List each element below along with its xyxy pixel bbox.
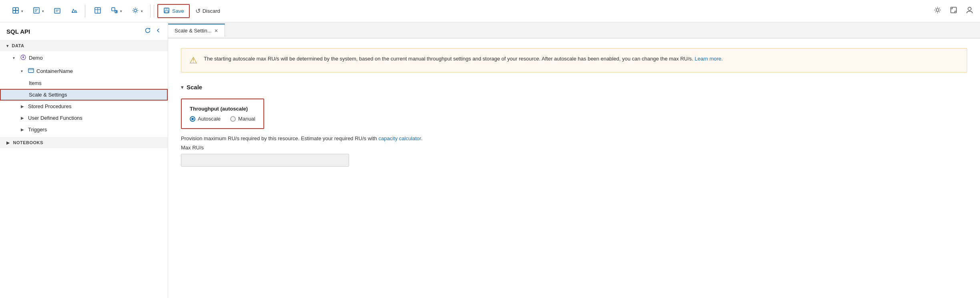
max-rus-input[interactable] [181,154,349,167]
tab-label: Scale & Settin... [175,28,212,34]
container2-icon [94,7,101,15]
manual-label: Manual [238,116,255,122]
toolbar: ▾ ▾ ▾ [0,0,980,22]
container-icon [28,67,34,74]
scale-settings-label: Scale & Settings [29,92,67,98]
section-notebooks[interactable]: ▶ NOTEBOOKS [0,137,168,148]
content-area: Scale & Settin... ✕ ⚠ The starting autos… [168,22,980,298]
manual-radio[interactable]: Manual [230,116,255,122]
sidebar-item-user-defined-functions[interactable]: ▶ User Defined Functions [0,112,168,124]
sidebar-header-icons [145,27,161,35]
chevron-icon: ▶ [21,127,26,132]
sidebar-header: SQL API [0,22,168,40]
gear-icon [132,7,139,15]
sidebar-title: SQL API [6,28,30,35]
sidebar-item-container[interactable]: ▾ ContainerName [0,64,168,77]
tabs-bar: Scale & Settin... ✕ [168,22,980,38]
paint-button[interactable] [66,4,82,18]
svg-point-11 [72,12,73,13]
svg-rect-1 [16,8,18,10]
capacity-calculator-link[interactable]: capacity calculator. [378,135,422,141]
container2-button[interactable] [90,4,105,18]
user-icon[interactable] [964,4,975,18]
settings-button[interactable]: ▾ [128,4,147,18]
svg-rect-3 [16,10,18,13]
svg-rect-22 [951,7,956,13]
warning-text: The starting autoscale max RU/s will be … [204,55,723,63]
new-query-icon [33,7,40,15]
settings-icon[interactable] [932,4,943,18]
autoscale-radio-circle [190,116,195,122]
container-label: ContainerName [36,68,73,74]
section-data-chevron: ▾ [6,44,9,48]
chevron-icon: ▾ [13,56,18,60]
save-label: Save [172,8,184,14]
discard-button[interactable]: ↺ Discard [191,5,224,17]
expand-icon[interactable] [948,4,959,18]
refresh-icon[interactable] [145,27,151,35]
items-label: Items [29,80,42,86]
svg-point-23 [968,7,971,10]
collapse-icon[interactable] [155,27,161,35]
new-container-icon [12,7,19,15]
sidebar-item-triggers[interactable]: ▶ Triggers [0,124,168,135]
demo-label: Demo [29,55,43,61]
user-defined-functions-label: User Defined Functions [28,115,82,121]
svg-point-21 [936,9,939,12]
scale-section-title-row: ▾ Scale [181,84,967,91]
section-data[interactable]: ▾ DATA [0,40,168,51]
scale-chevron-icon: ▾ [181,85,183,90]
provision-text: Provision maximum RU/s required by this … [181,135,967,141]
autoscale-radio[interactable]: Autoscale [190,116,221,122]
section-notebooks-chevron: ▶ [6,141,10,145]
chevron-icon: ▾ [120,9,122,13]
stored-procedures-label: Stored Procedures [28,103,71,109]
svg-rect-26 [28,68,34,72]
toolbar-right [932,4,975,18]
save-icon [163,7,170,15]
sidebar-item-stored-procedures[interactable]: ▶ Stored Procedures [0,101,168,112]
upload-icon [111,7,118,15]
svg-point-17 [134,9,137,12]
divider [154,5,154,18]
chevron-icon: ▶ [21,116,26,120]
chevron-icon: ▾ [141,9,143,13]
throughput-label: Throughput (autoscale) [190,106,255,112]
warning-icon: ⚠ [189,55,197,66]
warning-banner: ⚠ The starting autoscale max RU/s will b… [181,48,967,72]
chevron-icon: ▾ [21,9,23,13]
open-query-icon [54,7,61,15]
svg-rect-15 [112,8,115,11]
radio-group: Autoscale Manual [190,116,255,122]
max-rus-label: Max RU/s [181,145,967,151]
tab-close-button[interactable]: ✕ [214,28,218,34]
page-content: ⚠ The starting autoscale max RU/s will b… [168,38,980,298]
new-container-button[interactable]: ▾ [8,4,27,18]
sidebar: SQL API ▾ DATA ▾ Demo ▾ [0,22,168,298]
scale-section: ▾ Scale Throughput (autoscale) Autoscale [181,84,967,167]
learn-more-link[interactable]: Learn more. [695,56,723,62]
autoscale-label: Autoscale [198,116,221,122]
toolbar-group-new: ▾ ▾ [5,4,85,18]
sidebar-item-demo[interactable]: ▾ Demo [0,51,168,64]
svg-rect-0 [13,8,16,10]
scale-section-title: Scale [187,84,202,91]
main-layout: SQL API ▾ DATA ▾ Demo ▾ [0,22,980,298]
save-button[interactable]: Save [157,4,190,18]
throughput-box: Throughput (autoscale) Autoscale Manual [181,99,264,129]
tab-scale-settings[interactable]: Scale & Settin... ✕ [168,24,225,37]
discard-label: Discard [203,8,220,14]
chevron-icon: ▶ [21,104,26,109]
triggers-label: Triggers [28,127,47,133]
new-query-button[interactable]: ▾ [29,4,48,18]
upload-button[interactable]: ▾ [107,4,126,18]
svg-rect-8 [54,8,60,13]
section-notebooks-label: NOTEBOOKS [13,140,43,145]
toolbar-group-actions: ▾ ▾ [87,4,151,18]
open-query-button[interactable] [50,4,65,18]
manual-radio-circle [230,116,236,122]
section-data-label: DATA [12,43,24,48]
demo-icon [20,54,26,62]
sidebar-item-items[interactable]: Items [0,77,168,89]
sidebar-item-scale-settings[interactable]: Scale & Settings [0,89,168,101]
